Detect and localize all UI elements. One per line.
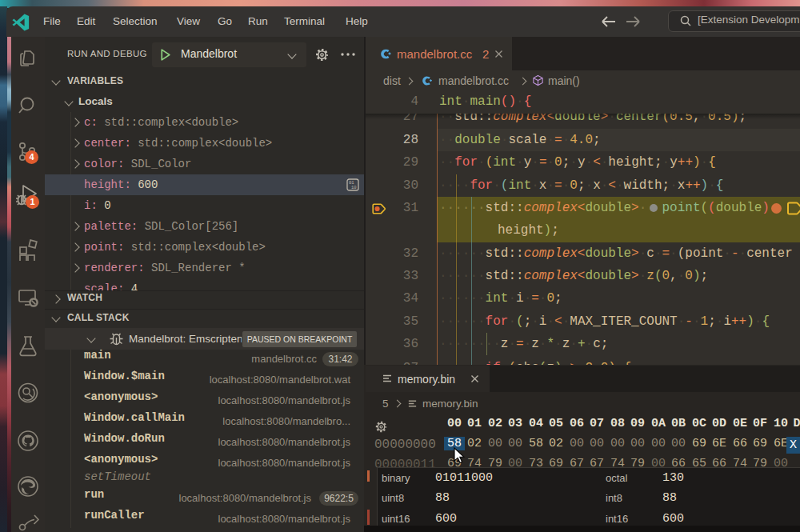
svg-text:10: 10 bbox=[351, 185, 357, 190]
